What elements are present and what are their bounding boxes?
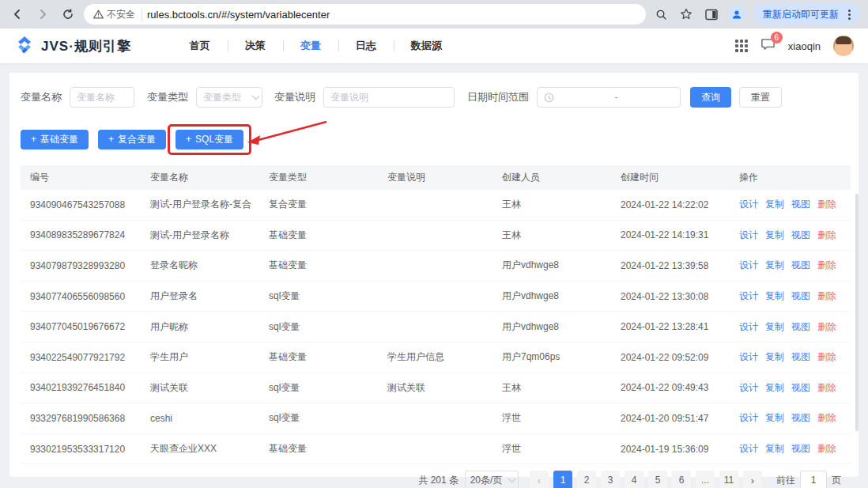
jvs-logo-icon	[14, 36, 35, 56]
nav-item-datasource[interactable]: 数据源	[394, 39, 459, 53]
nav-item-logs[interactable]: 日志	[338, 39, 394, 53]
type-filter-input[interactable]	[196, 87, 262, 108]
side-panel-icon[interactable]	[703, 6, 720, 23]
design-link[interactable]: 设计	[739, 259, 758, 270]
add-composite-variable-button[interactable]: +复合变量	[98, 130, 166, 149]
design-link[interactable]: 设计	[739, 321, 758, 332]
copy-link[interactable]: 复制	[765, 259, 784, 270]
page-button-4[interactable]: 4	[625, 471, 643, 488]
page-button-3[interactable]: 3	[601, 471, 620, 488]
copy-link[interactable]: 复制	[765, 199, 784, 210]
cell-type: sql变量	[269, 411, 387, 425]
back-icon[interactable]	[8, 5, 27, 24]
app-header: JVS·规则引擎 首页决策变量日志数据源 6 xiaoqin	[0, 28, 868, 63]
copy-link[interactable]: 复制	[765, 443, 784, 454]
delete-link[interactable]: 删除	[817, 351, 836, 362]
avatar[interactable]	[833, 36, 854, 56]
table-scrollbar[interactable]	[855, 194, 859, 431]
daterange-input[interactable]: -	[537, 87, 681, 108]
design-link[interactable]: 设计	[739, 199, 758, 210]
copy-link[interactable]: 复制	[765, 351, 784, 362]
cell-created: 2024-01-22 14:19:31	[621, 229, 739, 240]
nav-item-decision[interactable]: 决策	[228, 39, 283, 53]
design-link[interactable]: 设计	[739, 290, 758, 301]
delete-link[interactable]: 删除	[817, 443, 836, 454]
next-page-button[interactable]: ›	[743, 471, 762, 488]
copy-link[interactable]: 复制	[765, 412, 784, 423]
reset-button[interactable]: 重置	[739, 87, 782, 108]
security-chip[interactable]: 不安全	[93, 8, 142, 21]
username[interactable]: xiaoqin	[788, 40, 821, 52]
type-filter-label: 变量类型	[147, 90, 188, 104]
copy-link[interactable]: 复制	[765, 382, 784, 393]
cell-created: 2024-01-22 14:22:02	[621, 199, 739, 210]
view-link[interactable]: 视图	[791, 229, 810, 240]
name-filter-input[interactable]	[70, 87, 134, 108]
bookmark-star-icon[interactable]	[677, 6, 695, 23]
cell-desc: 学生用户信息	[387, 350, 502, 364]
copy-link[interactable]: 复制	[765, 290, 784, 301]
add-sql-variable-button[interactable]: +SQL变量	[175, 130, 243, 149]
design-link[interactable]: 设计	[739, 229, 758, 240]
chrome-menu-icon[interactable]	[843, 6, 855, 23]
cell-type: sql变量	[269, 320, 387, 334]
cell-id: 933021953533317120	[30, 444, 150, 455]
page-ellipsis-button[interactable]: ...	[696, 471, 715, 488]
restart-update-button[interactable]: 重新启动即可更新	[753, 3, 860, 25]
view-link[interactable]: 视图	[791, 443, 810, 454]
type-filter-select[interactable]	[196, 87, 262, 108]
goto-page-input[interactable]	[800, 471, 827, 488]
delete-link[interactable]: 删除	[817, 382, 836, 393]
toolbar-button-label: 基础变量	[40, 134, 78, 145]
chevron-down-icon	[508, 475, 516, 482]
cell-name: 测试关联	[150, 381, 269, 395]
design-link[interactable]: 设计	[739, 351, 758, 362]
cell-type: sql变量	[269, 381, 387, 395]
page-button-5[interactable]: 5	[648, 471, 667, 488]
copy-link[interactable]: 复制	[765, 229, 784, 240]
delete-link[interactable]: 删除	[817, 321, 836, 332]
delete-link[interactable]: 删除	[817, 412, 836, 423]
cell-name: 测试-用户登录名称	[150, 229, 269, 242]
delete-link[interactable]: 删除	[817, 199, 836, 210]
design-link[interactable]: 设计	[739, 412, 758, 423]
cell-id: 934079879328993280	[30, 260, 150, 271]
prev-page-button[interactable]: ‹	[530, 471, 549, 488]
view-link[interactable]: 视图	[791, 199, 810, 210]
nav-item-home[interactable]: 首页	[172, 39, 228, 53]
view-link[interactable]: 视图	[791, 321, 810, 332]
apps-grid-icon[interactable]	[735, 40, 748, 52]
table-row: 934077045019676672用户昵称sql变量用户vdhwge82024…	[21, 312, 851, 342]
address-bar[interactable]: 不安全 rules.bctools.cn/#/system/variablece…	[84, 4, 646, 25]
delete-link[interactable]: 删除	[817, 229, 836, 240]
view-link[interactable]: 视图	[791, 351, 810, 362]
view-link[interactable]: 视图	[791, 259, 810, 270]
search-button[interactable]: 查询	[690, 87, 731, 108]
cell-desc: 测试关联	[387, 381, 502, 395]
search-icon[interactable]	[652, 6, 670, 23]
view-link[interactable]: 视图	[791, 412, 810, 423]
reload-icon[interactable]	[58, 5, 77, 24]
table-row: 934022549077921792学生用户基础变量学生用户信息用户7qm06p…	[21, 342, 851, 373]
cell-id: 934089835289677824	[30, 229, 150, 240]
forward-icon[interactable]	[33, 5, 52, 24]
filter-bar: 变量名称 变量类型 变量说明 日期时间范围 - 查询 重置	[21, 87, 851, 108]
nav-item-variables[interactable]: 变量	[283, 39, 338, 53]
desc-filter-input[interactable]	[323, 87, 455, 108]
messages-icon[interactable]: 6	[760, 37, 776, 55]
brand[interactable]: JVS·规则引擎	[14, 36, 131, 56]
design-link[interactable]: 设计	[739, 443, 758, 454]
add-basic-variable-button[interactable]: +基础变量	[21, 130, 89, 149]
page-button-6[interactable]: 6	[672, 471, 691, 488]
page-size-select[interactable]: 20条/页	[465, 471, 519, 488]
view-link[interactable]: 视图	[791, 290, 810, 301]
page-button-2[interactable]: 2	[577, 471, 596, 488]
design-link[interactable]: 设计	[739, 382, 758, 393]
view-link[interactable]: 视图	[791, 382, 810, 393]
delete-link[interactable]: 删除	[817, 290, 836, 301]
page-button-11[interactable]: 11	[719, 471, 738, 488]
copy-link[interactable]: 复制	[765, 321, 784, 332]
profile-icon[interactable]	[728, 6, 745, 23]
page-button-1[interactable]: 1	[553, 471, 572, 488]
delete-link[interactable]: 删除	[817, 259, 836, 270]
